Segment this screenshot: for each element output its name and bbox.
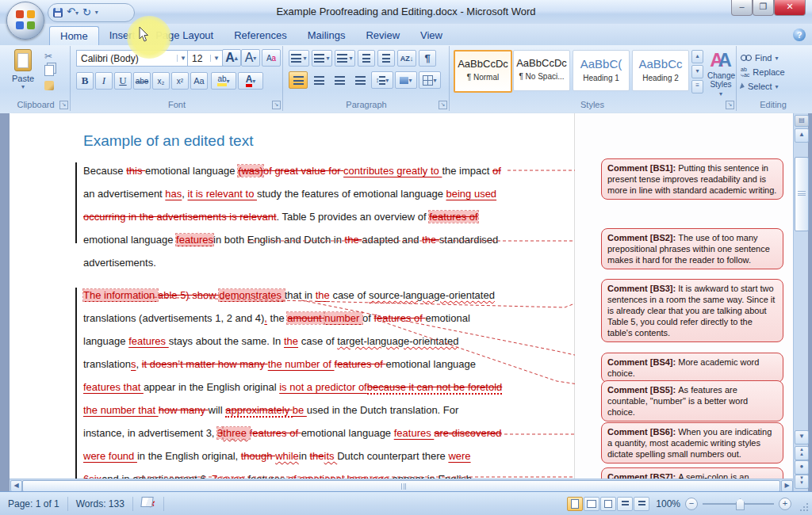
maximize-button[interactable]: ❐: [753, 0, 774, 16]
tab-mailings[interactable]: Mailings: [297, 26, 356, 45]
style--no-spaci-[interactable]: AaBbCcDc¶ No Spaci...: [513, 50, 570, 91]
styles-more-icon[interactable]: ≡: [691, 80, 703, 93]
show-hide-button[interactable]: ¶: [419, 50, 436, 67]
draft-view-icon[interactable]: [634, 497, 649, 511]
scroll-right-icon[interactable]: ▶: [781, 480, 793, 492]
zoom-slider[interactable]: [703, 503, 774, 505]
paragraph-dialog-launcher[interactable]: ↘: [439, 101, 447, 109]
comment-balloon-bs1[interactable]: Comment [BS1]: Putting this sentence in …: [601, 158, 783, 200]
comment-balloon-bs4[interactable]: Comment [BS4]: More academic word choice…: [601, 353, 783, 383]
redo-button[interactable]: ↻: [82, 5, 91, 21]
borders-button[interactable]: ▾: [419, 71, 441, 89]
web-layout-icon[interactable]: [600, 497, 616, 511]
highlight-color-button[interactable]: ab▾: [211, 72, 236, 90]
justify-button[interactable]: [350, 71, 370, 89]
subscript-button[interactable]: x₂: [152, 72, 170, 90]
comment-balloon-bs6[interactable]: Comment [BS6]: When you are indicating a…: [601, 422, 783, 464]
document-page[interactable]: Example of an edited text Because this e…: [10, 113, 793, 479]
zoom-in-icon[interactable]: +: [779, 498, 791, 510]
zoom-level[interactable]: 100%: [656, 498, 680, 509]
select-button[interactable]: Select▾: [736, 79, 810, 93]
text-run: the number of: [268, 358, 335, 370]
browse-object-icon[interactable]: ●: [795, 460, 809, 475]
proofing-status[interactable]: ✗: [133, 497, 164, 511]
numbering-button[interactable]: ▾: [312, 50, 332, 67]
outline-view-icon[interactable]: [617, 497, 633, 511]
comment-balloon-bs5[interactable]: Comment [BS5]: As features are countable…: [601, 380, 783, 422]
find-button[interactable]: Find▾: [736, 51, 810, 65]
word-count[interactable]: Words: 133: [68, 497, 133, 511]
tab-review[interactable]: Review: [355, 26, 410, 45]
font-dialog-launcher[interactable]: ↘: [272, 101, 281, 109]
scroll-up-icon[interactable]: ▲: [795, 128, 809, 143]
underline-button[interactable]: U: [114, 72, 132, 90]
superscript-button[interactable]: x²: [171, 72, 189, 90]
comment-label: Comment [BS5]:: [607, 385, 678, 395]
document-text[interactable]: Example of an edited text Because this e…: [83, 132, 575, 479]
scroll-down-icon[interactable]: ▼: [795, 430, 809, 444]
paste-button[interactable]: Paste ▾: [6, 49, 40, 90]
change-case-button[interactable]: Aa: [190, 72, 208, 90]
page-indicator[interactable]: Page: 1 of 1: [0, 497, 68, 511]
align-center-button[interactable]: [309, 71, 328, 89]
comment-balloon-bs2[interactable]: Comment [BS2]: The use of too many prepo…: [601, 228, 783, 269]
tab-references[interactable]: References: [224, 26, 297, 45]
help-icon[interactable]: ?: [793, 29, 806, 41]
minimize-button[interactable]: –: [731, 0, 753, 16]
decrease-indent-button[interactable]: [358, 50, 375, 67]
clear-formatting-button[interactable]: Aa: [262, 49, 281, 67]
change-styles-button[interactable]: AA Change Styles ▾: [707, 49, 734, 98]
copy-button[interactable]: [44, 65, 54, 76]
comment-balloon-bs3[interactable]: Comment [BS3]: It is awkward to start tw…: [601, 279, 783, 342]
ruler-toggle-icon[interactable]: ▤: [795, 115, 809, 127]
vertical-scroll-thumb[interactable]: [795, 157, 809, 231]
align-left-button[interactable]: [289, 71, 308, 89]
paste-dropdown-icon[interactable]: ▾: [6, 83, 40, 90]
shrink-font-button[interactable]: A▾: [241, 49, 260, 67]
full-screen-reading-icon[interactable]: [584, 497, 599, 511]
zoom-slider-thumb[interactable]: [736, 498, 745, 510]
style-heading-2[interactable]: AaBbCcHeading 2: [632, 50, 689, 91]
zoom-out-icon[interactable]: −: [685, 498, 698, 510]
tab-home[interactable]: Home: [49, 26, 99, 46]
text-run: demonstrates: [219, 289, 284, 301]
shading-button[interactable]: ▾: [395, 71, 417, 89]
font-color-button[interactable]: A▾: [238, 72, 263, 90]
comment-balloon-bs7[interactable]: Comment [BS7]: A semi-colon is an: [601, 467, 783, 479]
line-spacing-button[interactable]: ↕▾: [371, 71, 393, 89]
cut-button[interactable]: ✂: [44, 51, 52, 62]
align-right-button[interactable]: [330, 71, 349, 89]
sort-button[interactable]: AZ↓: [397, 50, 416, 67]
customize-qat-button[interactable]: ▾: [95, 5, 98, 21]
format-painter-button[interactable]: [44, 81, 54, 90]
undo-button[interactable]: ↶▾: [67, 4, 79, 21]
print-layout-view-icon[interactable]: [567, 497, 583, 511]
tab-view[interactable]: View: [410, 26, 453, 45]
resize-grip[interactable]: [799, 502, 809, 512]
save-icon[interactable]: [53, 8, 63, 17]
previous-page-icon[interactable]: ▲▲: [795, 446, 809, 460]
style--normal[interactable]: AaBbCcDc¶ Normal: [454, 50, 512, 93]
office-button[interactable]: [6, 2, 44, 40]
bullets-button[interactable]: ▾: [289, 50, 309, 67]
horizontal-scrollbar[interactable]: ◀ ▶: [10, 479, 793, 492]
italic-button[interactable]: I: [95, 72, 113, 90]
vertical-scrollbar[interactable]: ▤ ▲ ▼ ▲▲ ● ▼▼: [793, 113, 808, 491]
font-size-combo[interactable]: 12▼: [187, 50, 223, 67]
styles-scroll-down-icon[interactable]: ▾: [691, 65, 703, 78]
bold-button[interactable]: B: [76, 72, 94, 90]
replace-button[interactable]: ab⤷ac Replace: [736, 65, 810, 79]
font-size-dropdown-icon[interactable]: ▼: [210, 55, 222, 62]
multilevel-list-button[interactable]: ▾: [335, 50, 355, 67]
scroll-left-icon[interactable]: ◀: [10, 480, 22, 492]
strikethrough-button[interactable]: abe: [133, 72, 151, 90]
close-button[interactable]: ✕: [774, 0, 806, 16]
next-page-icon[interactable]: ▼▼: [795, 475, 809, 489]
styles-dialog-launcher[interactable]: ↘: [726, 101, 734, 109]
increase-indent-button[interactable]: [377, 50, 395, 67]
clipboard-dialog-launcher[interactable]: ↘: [59, 101, 68, 109]
style-heading-1[interactable]: AaBbC(Heading 1: [573, 50, 630, 91]
styles-scroll-up-icon[interactable]: ▴: [691, 50, 703, 63]
grow-font-button[interactable]: A▴: [222, 49, 241, 67]
horizontal-scroll-thumb[interactable]: [22, 480, 780, 492]
